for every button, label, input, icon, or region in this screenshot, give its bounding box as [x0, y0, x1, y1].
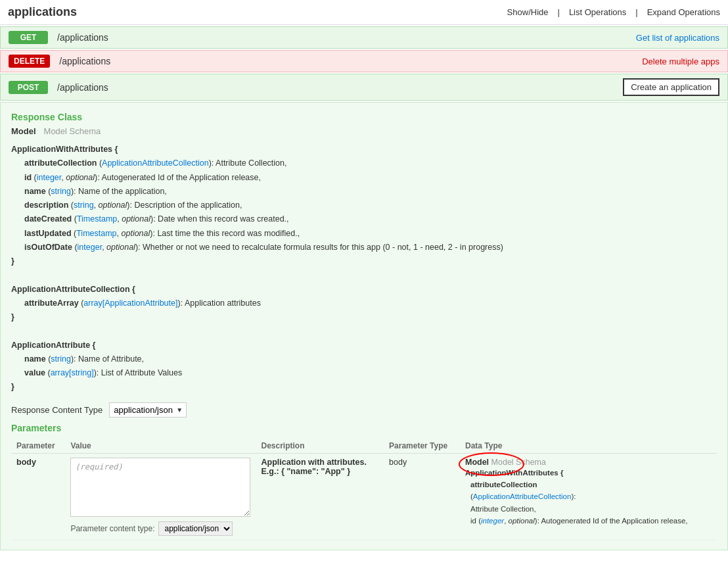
param-description: Application with attributes.E.g.: { "nam… [256, 453, 384, 540]
body-textarea[interactable]: (required) [70, 458, 250, 517]
params-table: Parameter Value Description Parameter Ty… [11, 439, 717, 540]
post-path: /applications [57, 82, 623, 93]
expand-operations-link[interactable]: Expand Operations [647, 7, 720, 17]
field-lastUpdated: lastUpdated (Timestamp, optional): Last … [24, 227, 717, 241]
param-desc-bold: Application with attributes.E.g.: { "nam… [261, 458, 366, 476]
data-type-tabs: Model Model Schema [465, 458, 546, 467]
api-row-delete: DELETE /applications Delete multiple app… [0, 50, 728, 72]
model-tabs: Model Model Schema [11, 126, 717, 136]
post-badge[interactable]: POST [9, 81, 48, 94]
field-name: name (string): Name of the application, [24, 185, 717, 199]
col-value: Value [65, 439, 256, 454]
param-value-cell: (required) Parameter content type: appli… [65, 453, 256, 540]
class1-name: ApplicationWithAttributes { [11, 143, 717, 156]
data-model-tab[interactable]: Model [465, 458, 489, 467]
field-id: id (integer, optional): Autogenerated Id… [24, 171, 717, 185]
param-data-type-cell: Model Model Schema ApplicationWithAttrib… [460, 453, 717, 540]
schema-block: ApplicationWithAttributes { attributeCol… [11, 143, 717, 395]
param-content-type-select[interactable]: application/json [158, 521, 233, 536]
get-desc[interactable]: Get list of applications [636, 33, 719, 43]
parameters-title: Parameters [11, 423, 717, 433]
col-description: Description [256, 439, 384, 454]
col-data-type: Data Type [460, 439, 717, 454]
api-row-get: GET /applications Get list of applicatio… [0, 26, 728, 49]
delete-badge[interactable]: DELETE [9, 55, 50, 68]
model-schema-tab[interactable]: Model Schema [44, 126, 101, 136]
response-content-type-select[interactable]: application/json [109, 402, 187, 418]
inline-schema: ApplicationWithAttributes { attributeCol… [465, 467, 712, 527]
class1-close: } [11, 254, 717, 268]
response-class-title: Response Class [11, 112, 717, 122]
class2-name: ApplicationAttributeCollection { [11, 283, 717, 297]
field-value: value (array[string]): List of Attribute… [24, 366, 717, 380]
response-content-type-select-wrapper[interactable]: application/json [109, 402, 187, 418]
class3-name: ApplicationAttribute { [11, 339, 717, 352]
expanded-section: Response Class Model Model Schema Applic… [0, 102, 728, 550]
delete-path: /applications [59, 56, 642, 66]
class3-close: } [11, 380, 717, 394]
top-bar: applications Show/Hide | List Operations… [0, 0, 728, 25]
delete-desc[interactable]: Delete multiple apps [642, 57, 719, 66]
param-content-type-row: Parameter content type: application/json [70, 521, 250, 536]
get-path: /applications [57, 32, 636, 43]
param-content-type-label: Parameter content type: [70, 524, 154, 533]
col-parameter-type: Parameter Type [384, 439, 460, 454]
table-row: body (required) Parameter content type: … [11, 453, 717, 540]
top-actions: Show/Hide | List Operations | Expand Ope… [507, 7, 720, 17]
response-content-type-row: Response Content Type application/json [11, 402, 717, 418]
field-attr-name: name (string): Name of Attribute, [24, 352, 717, 366]
field-dateCreated: dateCreated (Timestamp, optional): Date … [24, 212, 717, 226]
class2-close: } [11, 310, 717, 324]
col-parameter: Parameter [11, 439, 65, 454]
field-attributeArray: attributeArray (array[ApplicationAttribu… [24, 297, 717, 310]
api-row-post: POST /applications Create an application [0, 74, 728, 101]
model-tab[interactable]: Model [11, 126, 36, 136]
response-content-type-label: Response Content Type [11, 405, 102, 415]
field-description: description (string, optional): Descript… [24, 199, 717, 212]
show-hide-link[interactable]: Show/Hide [507, 7, 549, 17]
data-model-schema-tab[interactable]: Model Schema [491, 458, 546, 467]
field-isOutOfDate: isOutOfDate (integer, optional): Whether… [24, 241, 717, 254]
field-attributeCollection: attributeCollection (ApplicationAttribut… [24, 156, 717, 170]
param-type: body [384, 453, 460, 540]
list-operations-link[interactable]: List Operations [569, 7, 626, 17]
app-title: applications [8, 5, 77, 19]
get-badge[interactable]: GET [9, 31, 48, 44]
param-name: body [11, 453, 65, 540]
create-application-button[interactable]: Create an application [623, 78, 719, 96]
